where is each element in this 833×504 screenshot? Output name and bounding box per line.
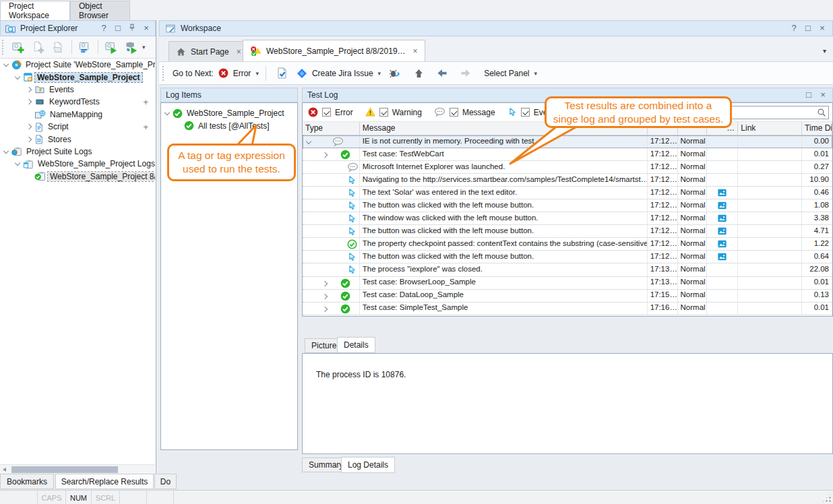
picture-icon[interactable]	[717, 226, 727, 236]
column-header[interactable]: Time Diff	[802, 122, 832, 135]
expand-icon[interactable]	[321, 280, 330, 288]
warning-checkbox[interactable]	[379, 108, 388, 117]
organize-tests-button[interactable]	[75, 38, 94, 57]
log-row[interactable]: The button was clicked with the left mou…	[303, 251, 832, 263]
tree-item[interactable]: Project Suite 'WebStore_Sample_Project'	[0, 59, 155, 71]
close-icon[interactable]: ×	[413, 46, 418, 56]
tree-item[interactable]: WebStore_Sample_Project	[0, 71, 155, 83]
tab-object-browser[interactable]: Object Browser	[70, 1, 130, 20]
doc-tab-log[interactable]: WebStore_Sample_Project 8/8/2019…×	[243, 40, 425, 61]
run-tagged-tests-button[interactable]	[122, 38, 141, 57]
tree-item[interactable]: WebStore_Sample_Project Logs	[0, 158, 155, 170]
up-arrow-icon[interactable]	[409, 64, 428, 83]
go-to-next-error-button[interactable]: Error	[233, 69, 251, 78]
close-icon[interactable]: ×	[818, 90, 828, 100]
horizontal-scrollbar[interactable]	[0, 464, 155, 474]
jump-to-bug-icon[interactable]	[385, 64, 404, 83]
tab-log-details[interactable]: Log Details	[341, 457, 395, 473]
log-row[interactable]: The process "iexplore" was closed.17:13……	[303, 263, 832, 276]
tree-item[interactable]: KeywordTests+	[0, 96, 155, 108]
log-time: 17:12…	[648, 212, 678, 224]
chevron-down-icon[interactable]: ▾	[142, 44, 146, 51]
close-icon[interactable]: ×	[142, 23, 151, 34]
tree-item[interactable]: WebStore_Sample_Project	[161, 107, 297, 119]
expand-icon[interactable]	[26, 123, 34, 131]
expand-icon[interactable]	[321, 151, 330, 159]
back-arrow-icon[interactable]	[433, 64, 452, 83]
workspace-title: Workspace	[181, 24, 221, 33]
add-button[interactable]: +	[143, 122, 148, 132]
tree-item[interactable]: NameMapping	[0, 108, 155, 121]
tab-search-replace-results[interactable]: Search/Replace Results	[55, 474, 154, 489]
column-header[interactable]: Type	[303, 122, 360, 135]
tab-project-workspace[interactable]: Project Workspace	[0, 1, 70, 20]
tab-todo[interactable]: Do	[154, 474, 177, 489]
scroll-left-arrow-icon[interactable]	[3, 468, 6, 472]
close-icon[interactable]: ×	[817, 23, 827, 34]
picture-icon[interactable]	[717, 188, 727, 197]
tree-item[interactable]: Script+	[0, 121, 155, 133]
collapse-icon[interactable]	[3, 148, 11, 156]
picture-icon[interactable]	[717, 214, 727, 223]
expand-icon[interactable]	[321, 305, 330, 313]
create-jira-issue-button[interactable]: Create Jira Issue	[312, 69, 373, 78]
chevron-down-icon[interactable]: ▾	[378, 70, 381, 77]
chevron-down-icon[interactable]: ▾	[534, 70, 538, 77]
add-new-item-button[interactable]	[29, 38, 48, 57]
log-row[interactable]: The button was clicked with the left mou…	[303, 199, 832, 212]
log-row[interactable]: Test case: SimpleTest_Sample17:16…Normal…	[303, 303, 832, 315]
doc-tab-start-page[interactable]: Start Page×	[168, 41, 249, 61]
collapse-icon[interactable]	[14, 160, 22, 168]
expand-icon[interactable]	[26, 86, 34, 94]
project-explorer-tree: Project Suite 'WebStore_Sample_Project'W…	[0, 59, 155, 464]
pin-icon[interactable]	[127, 23, 137, 34]
tab-bookmarks[interactable]: Bookmarks	[0, 474, 54, 489]
log-row[interactable]: The button was clicked with the left mou…	[303, 225, 832, 238]
maximize-icon[interactable]: □	[113, 23, 123, 34]
tab-details[interactable]: Details	[337, 337, 375, 353]
tree-item[interactable]: WebStore_Sample_Project 8/8/2019	[0, 170, 155, 183]
message-checkbox[interactable]	[450, 108, 458, 117]
picture-icon[interactable]	[717, 201, 727, 210]
log-row[interactable]: The property checkpoint passed: contentT…	[303, 238, 832, 251]
log-row[interactable]: The text 'Solar' was entered in the text…	[303, 187, 832, 199]
filter-label: Message	[462, 108, 495, 117]
collapse-icon[interactable]	[3, 61, 11, 69]
expand-icon[interactable]	[321, 292, 330, 301]
forward-arrow-icon[interactable]	[456, 64, 475, 83]
close-icon[interactable]: ×	[237, 47, 241, 57]
column-header[interactable]: Link	[738, 122, 802, 135]
log-row[interactable]: The window was clicked with the left mou…	[303, 212, 832, 225]
tree-item[interactable]: Events	[0, 84, 155, 96]
toolbar-grip[interactable]	[2, 40, 5, 55]
picture-icon[interactable]	[717, 239, 727, 249]
select-panel-button[interactable]: Select Panel	[484, 69, 529, 78]
help-icon[interactable]: ?	[99, 23, 109, 34]
tree-item[interactable]: Project Suite Logs	[0, 146, 155, 158]
picture-icon[interactable]	[717, 252, 727, 261]
chevron-down-icon[interactable]: ▾	[255, 70, 259, 77]
expand-icon[interactable]	[26, 98, 34, 106]
collapse-icon[interactable]	[164, 109, 172, 117]
log-row[interactable]: Navigating to the http://services.smartb…	[303, 174, 832, 187]
error-checkbox[interactable]	[322, 108, 331, 117]
window-resize-grip[interactable]	[822, 493, 832, 503]
log-report-icon[interactable]	[273, 64, 292, 83]
toolbar-grip[interactable]	[162, 66, 166, 81]
run-project-button[interactable]	[102, 38, 121, 57]
collapse-icon[interactable]	[305, 138, 313, 146]
collapse-icon[interactable]	[14, 73, 22, 82]
maximize-icon[interactable]: □	[804, 90, 813, 100]
scrollbar-thumb[interactable]	[11, 466, 118, 473]
add-button[interactable]: +	[143, 97, 148, 107]
tree-item[interactable]: Stores	[0, 133, 155, 145]
log-row[interactable]: Test case: DataLoop_Sample17:15…Normal0.…	[303, 290, 832, 303]
tab-list-dropdown-icon[interactable]: ▾	[823, 47, 826, 55]
maximize-icon[interactable]: □	[803, 23, 813, 34]
log-row[interactable]: Test case: BrowserLoop_Sample17:13…Norma…	[303, 277, 832, 290]
search-icon[interactable]	[817, 108, 826, 117]
help-icon[interactable]: ?	[789, 23, 799, 34]
add-new-project-button[interactable]	[9, 38, 28, 57]
open-item-button[interactable]	[49, 38, 68, 57]
expand-icon[interactable]	[26, 135, 34, 144]
